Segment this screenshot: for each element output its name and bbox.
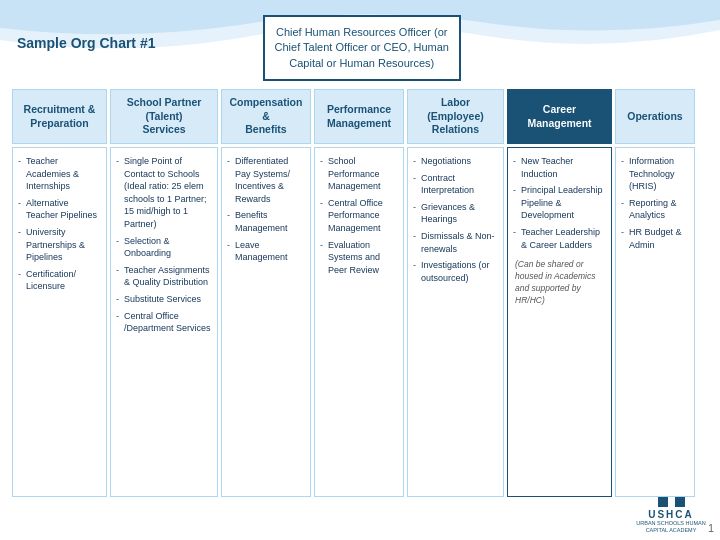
list-item: Teacher Academies & Internships	[18, 153, 101, 195]
list-item: Contract Interpretation	[413, 170, 498, 199]
list-item: Benefits Management	[227, 207, 305, 236]
slide-container: Sample Org Chart #1 Chief Human Resource…	[0, 0, 720, 540]
col-header-career: CareerManagement	[507, 89, 612, 144]
org-chart-grid: Recruitment &Preparation School Partner(…	[12, 89, 708, 497]
col-body-performance: School Performance Management Central Of…	[314, 147, 404, 497]
list-item: School Performance Management	[320, 153, 398, 195]
list-item: Evaluation Systems and Peer Review	[320, 237, 398, 279]
list-item: Central Office /Department Services	[116, 308, 212, 337]
list-item: Substitute Services	[116, 291, 212, 308]
list-item: Dismissals & Non-renewals	[413, 228, 498, 257]
col-header-performance: PerformanceManagement	[314, 89, 404, 144]
col-header-school-partner: School Partner(Talent)Services	[110, 89, 218, 144]
list-item: HR Budget & Admin	[621, 224, 689, 253]
col-body-career: New Teacher Induction Principal Leadersh…	[507, 147, 612, 497]
list-item: Certification/ Licensure	[18, 266, 101, 295]
list-item: Alternative Teacher Pipelines	[18, 195, 101, 224]
list-item: Investigations (or outsourced)	[413, 257, 498, 286]
list-item: Teacher Assignments & Quality Distributi…	[116, 262, 212, 291]
top-section: Sample Org Chart #1 Chief Human Resource…	[12, 10, 708, 81]
col-body-compensation: Differentiated Pay Systems/ Incentives &…	[221, 147, 311, 497]
ceo-line1: Chief Human Resources Officer (or	[276, 26, 448, 38]
list-item: Central Office Performance Management	[320, 195, 398, 237]
ceo-box: Chief Human Resources Officer (or Chief …	[263, 15, 461, 81]
col-header-compensation: Compensation&Benefits	[221, 89, 311, 144]
page-number: 1	[708, 522, 714, 534]
list-item: Leave Management	[227, 237, 305, 266]
col-body-recruitment: Teacher Academies & Internships Alternat…	[12, 147, 107, 497]
list-item: Information Technology (HRIS)	[621, 153, 689, 195]
list-item: Grievances & Hearings	[413, 199, 498, 228]
list-item: Negotiations	[413, 153, 498, 170]
list-item: Teacher Leadership & Career Ladders	[513, 224, 606, 253]
slide-title: Sample Org Chart #1	[12, 15, 156, 51]
list-item: Single Point of Contact to Schools (Idea…	[116, 153, 212, 233]
ceo-line2: Chief Talent Officer or CEO, Human	[275, 41, 449, 53]
list-item: Differentiated Pay Systems/ Incentives &…	[227, 153, 305, 207]
col-header-recruitment: Recruitment &Preparation	[12, 89, 107, 144]
col-header-operations: Operations	[615, 89, 695, 144]
list-item: New Teacher Induction	[513, 153, 606, 182]
list-item: Selection & Onboarding	[116, 233, 212, 262]
ushca-name: USHCA	[648, 509, 694, 520]
col-body-labor: Negotiations Contract Interpretation Gri…	[407, 147, 504, 497]
col-header-labor: Labor(Employee)Relations	[407, 89, 504, 144]
list-item: Reporting & Analytics	[621, 195, 689, 224]
list-item: University Partnerships & Pipelines	[18, 224, 101, 266]
ushca-fullname: URBAN SCHOOLS HUMAN CAPITAL ACADEMY	[636, 520, 706, 534]
col-body-school-partner: Single Point of Contact to Schools (Idea…	[110, 147, 218, 497]
career-note: (Can be shared or housed in Academics an…	[513, 259, 606, 307]
list-item: Principal Leadership Pipeline & Developm…	[513, 182, 606, 224]
ceo-line3: Capital or Human Resources)	[289, 57, 434, 69]
col-body-operations: Information Technology (HRIS) Reporting …	[615, 147, 695, 497]
